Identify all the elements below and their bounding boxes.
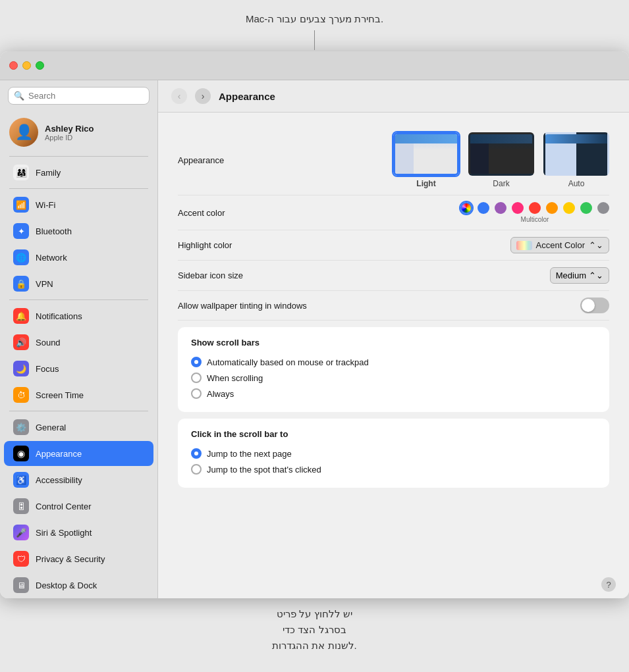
- sidebar-item-wifi[interactable]: 📶 Wi-Fi: [4, 192, 153, 217]
- wallpaper-tinting-label: Allow wallpaper tinting in windows: [178, 301, 307, 311]
- privacy-label: Privacy & Security: [36, 554, 105, 564]
- back-button[interactable]: ‹: [171, 88, 187, 104]
- highlight-color-chevron: ⌃⌄: [589, 240, 603, 250]
- sidebar-item-vpn[interactable]: 🔒 VPN: [4, 271, 153, 296]
- scroll-when-scrolling-option[interactable]: When scrolling: [191, 370, 596, 386]
- scroll-auto-option[interactable]: Automatically based on mouse or trackpad: [191, 354, 596, 370]
- sidebar-item-family[interactable]: 👨‍👩‍👧 Family: [4, 160, 153, 185]
- scroll-when-scrolling-label: When scrolling: [207, 373, 263, 383]
- siri-label: Siri & Spotlight: [36, 528, 92, 538]
- light-mode-thumb[interactable]: [393, 132, 459, 176]
- privacy-icon: 🛡: [13, 551, 29, 567]
- sidebar-item-accessibility[interactable]: ♿ Accessibility: [4, 467, 153, 492]
- click-scroll-title: Click in the scroll bar to: [191, 429, 596, 439]
- scroll-bars-section: Show scroll bars Automatically based on …: [178, 327, 609, 412]
- maximize-button[interactable]: [36, 61, 44, 70]
- desktop-label: Desktop & Dock: [36, 581, 97, 590]
- screentime-label: Screen Time: [36, 390, 84, 400]
- panel-body: Appearance Light Dark: [158, 113, 629, 571]
- sidebar-divider-1: [9, 156, 148, 157]
- wallpaper-tinting-toggle[interactable]: [580, 297, 609, 313]
- user-name: Ashley Rico: [45, 124, 94, 134]
- click-next-page-option[interactable]: Jump to the next page: [191, 446, 596, 461]
- focus-label: Focus: [36, 364, 59, 374]
- scroll-auto-label: Automatically based on mouse or trackpad: [207, 357, 369, 367]
- highlight-color-preview: [516, 241, 532, 250]
- network-label: Network: [36, 253, 67, 263]
- accent-pink[interactable]: [512, 202, 524, 214]
- appearance-option-dark[interactable]: Dark: [468, 132, 534, 188]
- scroll-auto-radio[interactable]: [191, 357, 202, 367]
- appearance-label: Appearance: [36, 449, 82, 459]
- close-button[interactable]: [9, 61, 18, 70]
- notifications-icon: 🔔: [13, 308, 29, 324]
- click-next-page-radio[interactable]: [191, 448, 202, 459]
- appearance-option-light[interactable]: Light: [393, 132, 459, 188]
- user-profile[interactable]: 👤 Ashley Rico Apple ID: [0, 111, 157, 153]
- auto-mode-thumb[interactable]: [543, 132, 609, 176]
- sidebar-icon-size-value: Medium: [556, 271, 586, 280]
- accent-graphite[interactable]: [597, 202, 609, 214]
- sidebar-item-bluetooth[interactable]: ✦ Bluetooth: [4, 219, 153, 244]
- controlcenter-label: Control Center: [36, 502, 92, 511]
- click-next-page-label: Jump to the next page: [207, 449, 292, 459]
- sidebar-item-controlcenter[interactable]: 🎛 Control Center: [4, 494, 153, 519]
- help-button[interactable]: ?: [601, 577, 616, 592]
- forward-button[interactable]: ›: [195, 88, 211, 104]
- highlight-color-value: Accent Color: [536, 240, 585, 250]
- sidebar-item-general[interactable]: ⚙️ General: [4, 415, 153, 440]
- accent-purple[interactable]: [495, 202, 506, 214]
- click-spot-clicked-option[interactable]: Jump to the spot that's clicked: [191, 461, 596, 477]
- sidebar-icon-size-label: Sidebar icon size: [178, 271, 296, 280]
- minimize-button[interactable]: [22, 61, 31, 70]
- sidebar-item-network[interactable]: 🌐 Network: [4, 245, 153, 270]
- sidebar-divider-4: [9, 411, 148, 411]
- notifications-label: Notifications: [36, 311, 82, 321]
- sidebar-item-appearance[interactable]: ◉ Appearance: [4, 441, 153, 466]
- highlight-color-select[interactable]: Accent Color ⌃⌄: [510, 237, 609, 253]
- auto-mode-label: Auto: [568, 179, 585, 188]
- accent-blue[interactable]: [478, 202, 489, 214]
- sidebar-item-focus[interactable]: 🌙 Focus: [4, 356, 153, 381]
- sidebar-item-notifications[interactable]: 🔔 Notifications: [4, 303, 153, 328]
- sidebar-item-screentime[interactable]: ⏱ Screen Time: [4, 382, 153, 407]
- search-input[interactable]: [28, 91, 144, 101]
- sound-label: Sound: [36, 338, 61, 348]
- search-box[interactable]: 🔍: [8, 87, 150, 105]
- general-label: General: [36, 423, 66, 432]
- accent-red[interactable]: [529, 202, 541, 214]
- sidebar-icon-size-row: Sidebar icon size Medium ⌃⌄: [178, 261, 609, 291]
- scroll-when-scrolling-radio[interactable]: [191, 373, 202, 383]
- sidebar-divider-3: [9, 299, 148, 300]
- search-icon: 🔍: [14, 91, 24, 101]
- click-scroll-section: Click in the scroll bar to Jump to the n…: [178, 419, 609, 488]
- appearance-option-auto[interactable]: Auto: [543, 132, 609, 188]
- network-icon: 🌐: [13, 249, 29, 265]
- sidebar-item-desktop[interactable]: 🖥 Desktop & Dock: [4, 573, 153, 598]
- sound-icon: 🔊: [13, 334, 29, 350]
- sidebar-icon-size-select[interactable]: Medium ⌃⌄: [550, 267, 609, 284]
- sidebar-item-sound[interactable]: 🔊 Sound: [4, 330, 153, 355]
- accent-green[interactable]: [580, 202, 592, 214]
- dark-mode-thumb[interactable]: [468, 132, 534, 176]
- accent-multicolor[interactable]: [460, 202, 472, 214]
- wallpaper-tinting-row: Allow wallpaper tinting in windows: [178, 291, 609, 321]
- accent-orange[interactable]: [546, 202, 558, 214]
- system-preferences-window: 🔍 👤 Ashley Rico Apple ID 👨‍👩‍👧 Family: [0, 51, 629, 598]
- tooltip-top: .בחירת מערך צבעים עבור ה-Mac: [246, 13, 383, 25]
- scroll-always-radio[interactable]: [191, 388, 202, 399]
- focus-icon: 🌙: [13, 361, 29, 376]
- sidebar-divider-2: [9, 188, 148, 189]
- sidebar-item-privacy[interactable]: 🛡 Privacy & Security: [4, 546, 153, 571]
- sidebar-item-siri[interactable]: 🎤 Siri & Spotlight: [4, 520, 153, 545]
- wifi-icon: 📶: [13, 197, 29, 213]
- wifi-label: Wi-Fi: [36, 200, 55, 210]
- click-spot-clicked-radio[interactable]: [191, 464, 202, 475]
- family-label: Family: [36, 168, 61, 178]
- appearance-options: Light Dark Auto: [393, 132, 609, 188]
- bluetooth-icon: ✦: [13, 223, 29, 239]
- scroll-always-option[interactable]: Always: [191, 386, 596, 401]
- accessibility-label: Accessibility: [36, 475, 82, 485]
- accent-yellow[interactable]: [563, 202, 575, 214]
- sidebar-icon-size-chevron: ⌃⌄: [589, 271, 603, 280]
